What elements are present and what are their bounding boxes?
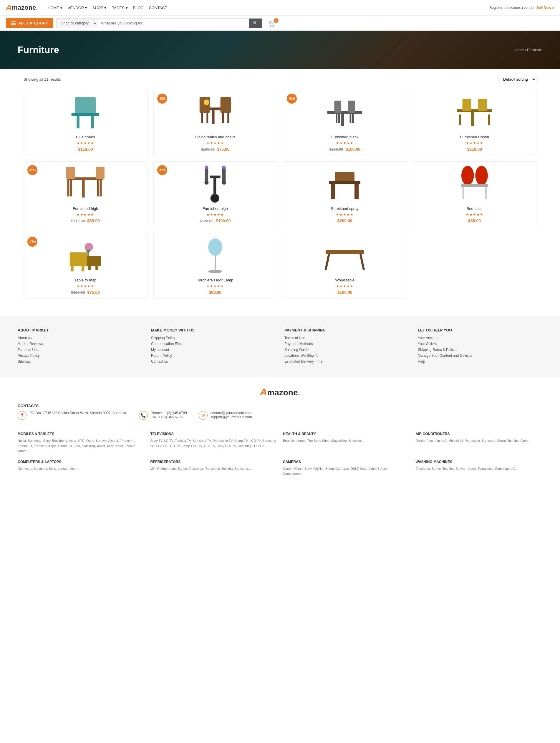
all-category-button[interactable]: ALL CATEGORY — [6, 18, 53, 28]
footer-link[interactable]: Estimated Delivery Time — [285, 359, 409, 363]
brand-title: COMPUTERS & LAPTOPS — [18, 460, 144, 464]
svg-rect-31 — [70, 179, 72, 196]
product-name: Furnished Brown — [417, 135, 533, 139]
product-card[interactable]: Wood table ★★★★★ $100.00 — [283, 233, 407, 299]
product-card[interactable]: Torchiere Floor Lamp ★★★★★ $90.00 — [154, 233, 277, 299]
new-price: $100.00 — [345, 147, 360, 151]
product-card[interactable]: Red chair ★★★★★ $89.00 — [413, 161, 537, 227]
product-card[interactable]: Blue chairs ★★★★★ $119.00 — [24, 90, 147, 156]
product-name: Blue chairs — [28, 135, 144, 139]
product-price: $320.00 $75.00 — [28, 290, 144, 295]
svg-rect-6 — [200, 97, 210, 113]
svg-rect-18 — [348, 101, 355, 113]
svg-rect-52 — [462, 187, 464, 199]
nav-home[interactable]: HOME ▾ — [48, 6, 62, 10]
brand-text: Mini Refrigerators, Sanyo, Electrolux, P… — [150, 466, 277, 472]
footer-link[interactable]: Terms of Use — [285, 336, 409, 340]
footer-link[interactable]: Payment Methods — [285, 342, 409, 346]
footer-link[interactable]: Contact us — [151, 359, 275, 363]
svg-rect-1 — [77, 115, 80, 128]
product-card[interactable]: Furnished spray ★★★★★ $200.00 — [283, 161, 407, 227]
nav-contact[interactable]: CONTACT — [149, 6, 167, 10]
svg-rect-10 — [222, 113, 224, 123]
phone-icon: 📞 — [139, 411, 148, 420]
footer-link[interactable]: Your Orders — [418, 342, 542, 346]
sort-select[interactable]: Default sorting — [498, 75, 536, 84]
nav-vendor[interactable]: VENDOR ▾ — [68, 6, 87, 10]
contact-email: contact@yourdomain.com support@yourdomai… — [211, 411, 252, 419]
svg-rect-24 — [478, 99, 487, 111]
footer-col-title: LET US HELP YOU — [418, 328, 542, 332]
footer-link[interactable]: Sitemap — [18, 359, 142, 363]
contact-email-item: ✉ contact@yourdomain.com support@yourdom… — [199, 411, 252, 420]
email-icon: ✉ — [199, 411, 208, 420]
brand-title: AIR CONDITIONERS — [416, 432, 543, 436]
svg-rect-26 — [488, 115, 490, 125]
logo-a: A — [6, 3, 12, 12]
footer-column: MAKE MONEY WITH USShipping PolicyCompens… — [151, 328, 275, 365]
contact-phone-item: 📞 Phone: +1(2) 345 6789 Fax: +1(2) 345 6… — [139, 411, 187, 420]
main-content: Showing all 11 results Default sorting B… — [0, 69, 560, 304]
nav-pages[interactable]: PAGES ▾ — [112, 6, 128, 10]
brand-title: HEALTH & BEAUTY — [283, 432, 410, 436]
product-card[interactable]: -26% Furnished high ★★★★★ $119.00 $89.00 — [24, 161, 147, 227]
footer-link[interactable]: Shipping Guide — [285, 348, 409, 352]
footer-link[interactable]: My account — [151, 348, 275, 352]
product-image — [157, 237, 273, 275]
product-price: $100.00 — [287, 290, 403, 295]
contacts-row: 📍 PO Box CT16122 Collins Street West, Vi… — [18, 411, 542, 420]
svg-rect-5 — [212, 111, 214, 124]
product-image — [417, 165, 533, 204]
footer-link[interactable]: About us — [18, 336, 142, 340]
product-price: $89.00 — [417, 218, 533, 223]
discount-badge: -17% — [157, 165, 167, 175]
category-select[interactable]: Shop by category — [56, 18, 97, 28]
footer-link[interactable]: Shipping Policy — [151, 336, 275, 340]
brand-category: TELEVISIONSSony TV, LG TV, Toshiba TV, S… — [150, 432, 277, 454]
nav-blog[interactable]: BLOG — [133, 6, 144, 10]
old-price: $100.00 — [201, 147, 215, 151]
search-bar-row: ALL CATEGORY Shop by category 🔍 🛒 1 — [0, 15, 560, 31]
product-card[interactable]: -17% Furnished high ★★★★★ $120.00 $100.0… — [154, 161, 277, 227]
logo[interactable]: Amazone. — [6, 3, 41, 12]
footer-link[interactable]: Locations We Ship To — [285, 354, 409, 358]
svg-rect-33 — [97, 179, 99, 196]
footer-link[interactable]: Market Reviews — [18, 342, 142, 346]
product-card[interactable]: Furnished Brown ★★★★★ $210.00 — [413, 90, 537, 156]
footer-link[interactable]: Your Account — [418, 336, 542, 340]
search-button[interactable]: 🔍 — [249, 18, 262, 28]
svg-rect-11 — [227, 113, 229, 123]
footer-column: PAYMENT & SHIPPINGTerms of UsePayment Me… — [285, 328, 409, 365]
product-image — [287, 94, 403, 132]
product-card[interactable]: -25% Dining tables and chairs ★★★★★ $100… — [154, 90, 277, 156]
product-card[interactable]: -77% Table to map ★★★★★ $320.00 $75.00 — [24, 233, 147, 299]
cart-icon[interactable]: 🛒 1 — [269, 19, 277, 27]
footer-link[interactable]: Terms of Use — [18, 348, 142, 352]
svg-point-49 — [461, 166, 474, 185]
footer-column: ABOUT MARKETAbout usMarket ReviewsTerms … — [18, 328, 142, 365]
brand-text: Dell, Asus, Macbook, Sony, Lenovo, Acer.… — [18, 466, 144, 472]
product-card[interactable]: -50% Furnished black ★★★★★ $200.00 $100.… — [283, 90, 407, 156]
nav-shop[interactable]: SHOP ▾ — [92, 6, 106, 10]
new-price: $75.00 — [87, 290, 100, 295]
logo-dot: . — [36, 4, 38, 11]
sell-now-link[interactable]: Sell Now » — [536, 6, 554, 10]
footer-logo-text[interactable]: Amazone. — [18, 386, 542, 398]
all-category-label: ALL CATEGORY — [18, 21, 48, 25]
footer-link[interactable]: Shipping Rates & Policies — [418, 348, 542, 352]
footer-link[interactable]: Help — [418, 359, 542, 363]
svg-rect-57 — [82, 266, 84, 271]
product-image — [157, 165, 273, 204]
svg-rect-29 — [66, 167, 75, 179]
footer-link[interactable]: Compensation First — [151, 342, 275, 346]
footer-link[interactable]: Return Policy — [151, 354, 275, 358]
product-price: $90.00 — [157, 290, 273, 295]
brand-text: Bourjois, Loreal, The Body Shop, Maybell… — [283, 438, 410, 444]
footer-link[interactable]: Manage Your Content and Devices — [418, 354, 542, 358]
location-icon: 📍 — [18, 411, 27, 420]
search-input[interactable] — [97, 18, 249, 28]
product-stars: ★★★★★ — [287, 213, 403, 217]
footer-link[interactable]: Pricavy Policy — [18, 354, 142, 358]
new-price: $89.00 — [87, 218, 100, 223]
product-image — [28, 165, 144, 204]
